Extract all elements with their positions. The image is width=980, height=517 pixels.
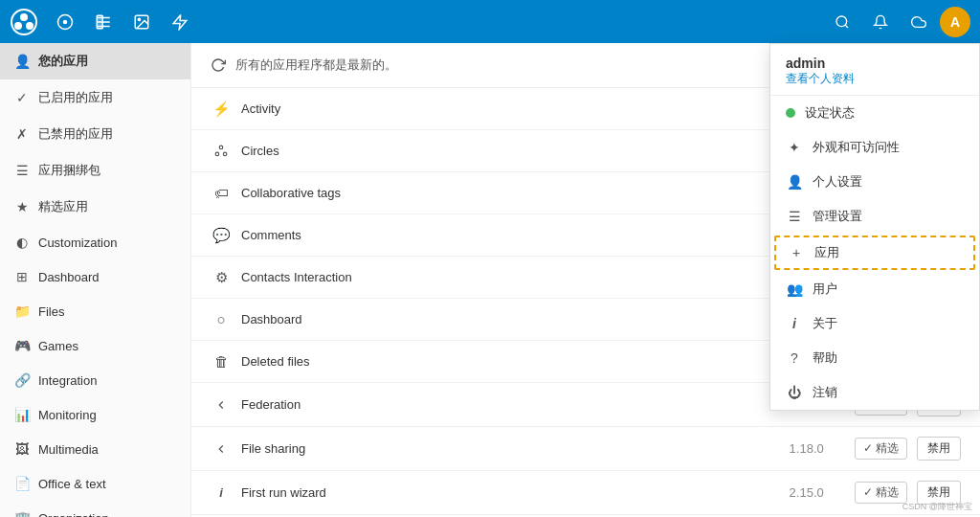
file-sharing-icon [211, 438, 232, 460]
dropdown-label-status: 设定状态 [805, 104, 855, 122]
dropdown-item-users[interactable]: 👥 用户 [770, 272, 979, 306]
featured-badge-file-sharing[interactable]: ✓ 精选 [855, 438, 907, 460]
svg-point-2 [14, 22, 22, 30]
sidebar-item-featured-apps[interactable]: ★ 精选应用 [0, 189, 190, 225]
dropdown-label-apps: 应用 [814, 244, 839, 261]
users-icon: 👥 [786, 281, 803, 297]
star-icon: ★ [13, 199, 31, 214]
sidebar-item-dashboard[interactable]: ⊞ Dashboard [0, 259, 190, 294]
sidebar-label-enabled-apps: 已启用的应用 [38, 89, 113, 106]
app-name-file-sharing: File sharing [241, 441, 759, 456]
svg-point-11 [219, 146, 223, 149]
integration-icon: 🔗 [13, 372, 31, 388]
sidebar-item-games[interactable]: 🎮 Games [0, 328, 190, 363]
app-name-circles: Circles [241, 144, 761, 158]
dropdown-item-about[interactable]: i 关于 [770, 306, 979, 341]
sidebar-label-disabled-apps: 已禁用的应用 [38, 125, 113, 143]
dropdown-item-appearance[interactable]: ✦ 外观和可访问性 [770, 130, 979, 165]
sidebar-item-organization[interactable]: 🏢 Organization [0, 501, 190, 517]
app-name-activity: Activity [241, 101, 761, 116]
sidebar-label-dashboard: Dashboard [38, 270, 100, 284]
dropdown-menu: admin 查看个人资料 设定状态 ✦ 外观和可访问性 👤 个人设置 ☰ 管理设… [769, 43, 980, 411]
app-name-deleted-files: Deleted files [241, 354, 761, 369]
dropdown-item-logout[interactable]: ⏻ 注销 [770, 375, 979, 410]
sidebar-item-your-apps[interactable]: 👤 您的应用 [0, 43, 190, 79]
photos-icon[interactable] [124, 5, 159, 39]
activity-icon[interactable] [163, 5, 197, 39]
org-icon: 🏢 [13, 510, 31, 517]
sidebar-item-integration[interactable]: 🔗 Integration [0, 363, 190, 397]
sidebar-label-app-bundles: 应用捆绑包 [38, 162, 100, 179]
home-icon[interactable] [48, 5, 82, 39]
svg-point-0 [11, 10, 36, 34]
sidebar-label-organization: Organization [38, 511, 109, 518]
svg-point-9 [836, 16, 847, 27]
logo[interactable] [10, 8, 38, 36]
user-icon: 👤 [13, 54, 31, 69]
sidebar-label-customization: Customization [38, 236, 117, 250]
sidebar-item-multimedia[interactable]: 🖼 Multimedia [0, 432, 190, 466]
apps-icon: + [788, 245, 805, 260]
dropdown-profile-link[interactable]: 查看个人资料 [786, 71, 964, 87]
dropdown-label-logout: 注销 [813, 384, 837, 401]
app-version-file-sharing: 1.18.0 [768, 441, 845, 456]
avatar[interactable]: A [940, 7, 970, 37]
app-name-federation: Federation [241, 397, 759, 412]
dropdown-header: admin 查看个人资料 [770, 44, 979, 96]
dropdown-label-personal-settings: 个人设置 [813, 173, 862, 191]
dropdown-label-about: 关于 [813, 315, 837, 332]
sidebar-item-disabled-apps[interactable]: ✗ 已禁用的应用 [0, 116, 190, 152]
topbar-right: A [825, 5, 970, 39]
contacts-interaction-icon: ⚙ [211, 267, 232, 288]
customization-icon: ◐ [13, 235, 31, 250]
comments-app-icon: 💬 [211, 225, 232, 246]
folder-icon: 📁 [13, 303, 31, 319]
dropdown-item-status[interactable]: 设定状态 [770, 96, 979, 130]
notifications-icon[interactable] [863, 5, 898, 39]
sidebar-label-integration: Integration [38, 373, 97, 388]
about-icon: i [786, 316, 803, 331]
sidebar-item-customization[interactable]: ◐ Customization [0, 225, 190, 259]
help-icon: ? [786, 350, 803, 366]
svg-point-8 [138, 18, 140, 20]
status-dot-icon [786, 108, 795, 118]
app-name-first-run-wizard: First run wizard [241, 485, 759, 500]
logout-icon: ⏻ [786, 385, 803, 400]
topbar: A [0, 0, 980, 43]
appearance-icon: ✦ [786, 140, 803, 155]
app-name-contacts-interaction: Contacts Interaction [241, 270, 761, 284]
dashboard-app-icon: ○ [211, 309, 232, 330]
sidebar-item-monitoring[interactable]: 📊 Monitoring [0, 397, 190, 432]
sidebar-item-files[interactable]: 📁 Files [0, 294, 190, 328]
sidebar-label-monitoring: Monitoring [38, 408, 97, 422]
search-icon[interactable] [825, 5, 859, 39]
sidebar-item-enabled-apps[interactable]: ✓ 已启用的应用 [0, 79, 190, 116]
watermark: CSDN @降世神宝 [902, 501, 972, 513]
featured-badge-first-run-wizard[interactable]: ✓ 精选 [855, 482, 907, 504]
files-icon[interactable] [86, 5, 121, 39]
dropdown-item-help[interactable]: ? 帮助 [770, 341, 979, 375]
svg-point-12 [215, 152, 219, 156]
dropdown-label-appearance: 外观和可访问性 [813, 139, 900, 156]
disable-button-file-sharing[interactable]: 禁用 [917, 437, 961, 461]
sidebar-label-your-apps: 您的应用 [38, 53, 88, 70]
dropdown-item-apps[interactable]: + 应用 [774, 236, 975, 270]
svg-point-3 [26, 22, 33, 30]
monitoring-icon: 📊 [13, 407, 31, 422]
activity-app-icon: ⚡ [211, 99, 232, 120]
svg-rect-6 [97, 15, 102, 29]
circles-app-icon [211, 141, 232, 162]
sidebar-item-office-text[interactable]: 📄 Office & text [0, 466, 190, 501]
svg-point-1 [20, 13, 28, 21]
svg-line-10 [845, 25, 848, 28]
table-row: i First run wizard 2.15.0 ✓ 精选 禁用 [191, 471, 980, 515]
sidebar-item-app-bundles[interactable]: ☰ 应用捆绑包 [0, 152, 190, 189]
sidebar: 👤 您的应用 ✓ 已启用的应用 ✗ 已禁用的应用 ☰ 应用捆绑包 ★ 精选应用 … [0, 43, 191, 517]
app-version-first-run-wizard: 2.15.0 [768, 485, 845, 500]
dropdown-item-admin-settings[interactable]: ☰ 管理设置 [770, 199, 979, 234]
federation-icon [211, 394, 232, 416]
dropdown-item-personal-settings[interactable]: 👤 个人设置 [770, 165, 979, 199]
sidebar-label-featured-apps: 精选应用 [38, 198, 88, 215]
cloud-icon[interactable] [902, 5, 936, 39]
app-name-collaborative-tags: Collaborative tags [241, 186, 761, 200]
